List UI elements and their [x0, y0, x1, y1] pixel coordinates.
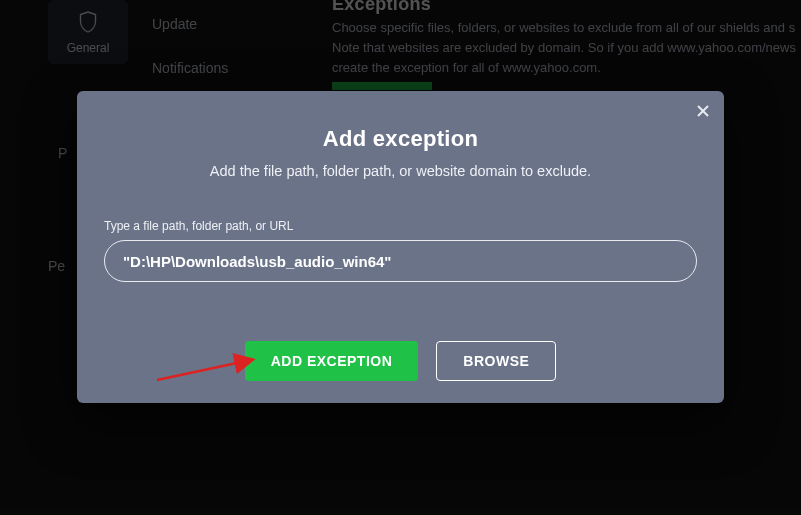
close-icon — [697, 103, 709, 121]
path-input[interactable] — [104, 240, 697, 282]
dialog-title: Add exception — [77, 126, 724, 152]
browse-button[interactable]: BROWSE — [436, 341, 556, 381]
dialog-button-row: ADD EXCEPTION BROWSE — [77, 341, 724, 381]
path-field-label: Type a file path, folder path, or URL — [104, 219, 697, 233]
add-exception-button[interactable]: ADD EXCEPTION — [245, 341, 419, 381]
dialog-subtitle: Add the file path, folder path, or websi… — [77, 163, 724, 179]
close-button[interactable] — [692, 101, 714, 123]
add-exception-dialog: Add exception Add the file path, folder … — [77, 91, 724, 403]
